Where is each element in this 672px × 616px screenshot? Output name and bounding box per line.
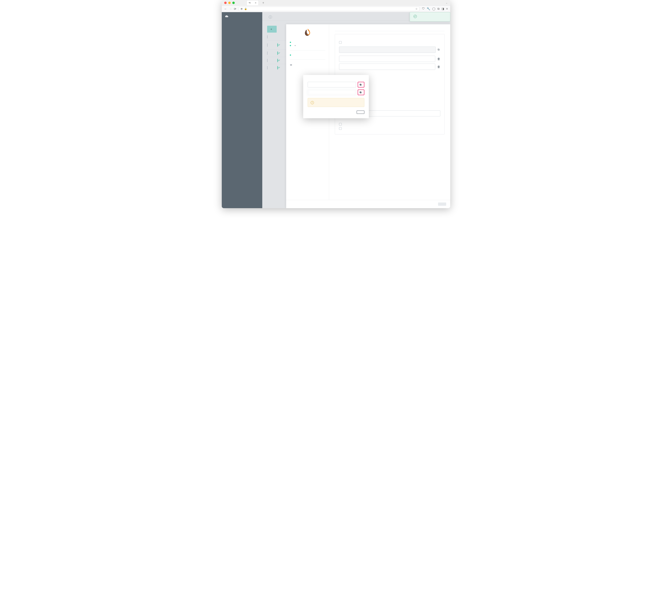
panel-tabs xyxy=(335,28,445,31)
sidebar-toggle-icon[interactable]: ◨ xyxy=(442,7,444,11)
integration-status-item xyxy=(290,41,325,44)
status-dot-ok xyxy=(290,45,291,46)
back-button[interactable]: ← xyxy=(224,7,227,11)
saved-toast xyxy=(410,12,450,21)
flame-icon xyxy=(304,28,312,37)
forward-button[interactable]: → xyxy=(229,7,232,11)
warning-icon: ! xyxy=(311,101,314,104)
status-dot-ok xyxy=(290,54,291,56)
close-tab-icon[interactable]: × xyxy=(255,1,256,4)
idm-integration-status-item xyxy=(290,54,325,56)
browser-titlebar: ↬ × + ⌄ xyxy=(222,0,450,6)
scope-profile-checkbox[interactable] xyxy=(339,127,342,130)
refresh-token-checkbox-row[interactable] xyxy=(339,40,440,45)
trash-icon[interactable]: 🗑 xyxy=(437,57,440,61)
scope-email-checkbox[interactable] xyxy=(339,123,342,126)
chevron-down-icon: ▾ xyxy=(295,45,296,47)
redirect-uri-field[interactable] xyxy=(339,56,435,62)
scope-profile-row[interactable] xyxy=(339,126,440,131)
client-id-field[interactable] xyxy=(339,47,436,53)
modal-copy-client-id-button[interactable]: ⧉ xyxy=(358,82,364,87)
client-id-copy-button[interactable]: ⧉ xyxy=(438,48,440,51)
traffic-lights xyxy=(224,2,235,4)
client-secret-valid-item[interactable]: ▾ xyxy=(290,44,325,47)
lock-icon: 🔒 xyxy=(244,7,247,10)
account-icon[interactable]: ◯ xyxy=(432,7,435,11)
browser-tab[interactable]: ↬ × xyxy=(246,0,259,5)
eye-icon: 👁 xyxy=(290,64,292,67)
modal-client-secret-field[interactable] xyxy=(308,90,356,95)
tab-overflow-icon[interactable]: ⌄ xyxy=(446,1,448,4)
tab-favicon: ↬ xyxy=(249,1,251,4)
new-tab-button[interactable]: + xyxy=(262,1,264,5)
menu-icon[interactable]: ≡ xyxy=(446,7,448,11)
close-window[interactable] xyxy=(224,2,227,4)
cancel-button[interactable] xyxy=(431,202,436,206)
save-button xyxy=(438,202,446,206)
modal-client-id-field[interactable] xyxy=(308,82,356,87)
reload-button[interactable]: ⟳ xyxy=(234,7,236,11)
got-it-button[interactable] xyxy=(357,111,364,114)
privacy-icon[interactable]: ⛉ xyxy=(422,7,425,11)
bookmark-icon[interactable]: ☆ xyxy=(415,7,418,10)
url-field[interactable]: ⛨ 🔒 ☆ xyxy=(239,7,419,11)
panel-footer xyxy=(286,200,450,208)
extensions-icon[interactable]: ⧉ xyxy=(437,7,439,11)
check-icon xyxy=(414,15,417,18)
trash-icon[interactable]: 🗑 xyxy=(437,65,440,68)
visibility-item: 👁 xyxy=(290,63,325,67)
modal-copy-client-secret-button[interactable]: ⧉ xyxy=(358,90,364,95)
application-saved-modal: ⧉ ⧉ ! xyxy=(303,75,369,118)
client-secret-warning: ! xyxy=(308,98,364,107)
refresh-token-checkbox[interactable] xyxy=(339,41,342,44)
browser-addressbar: ← → ⟳ ⛨ 🔒 ☆ ⛉ 🔧 ◯ ⧉ ◨ ≡ xyxy=(222,6,450,12)
scope-email-row[interactable] xyxy=(339,122,440,126)
shield-icon: ⛨ xyxy=(241,7,243,10)
minimize-window[interactable] xyxy=(228,2,231,4)
status-dot-ok xyxy=(290,42,291,43)
maximize-window[interactable] xyxy=(232,2,235,4)
redirect-uri-field[interactable] xyxy=(339,64,435,70)
devtools-icon[interactable]: 🔧 xyxy=(427,7,430,11)
